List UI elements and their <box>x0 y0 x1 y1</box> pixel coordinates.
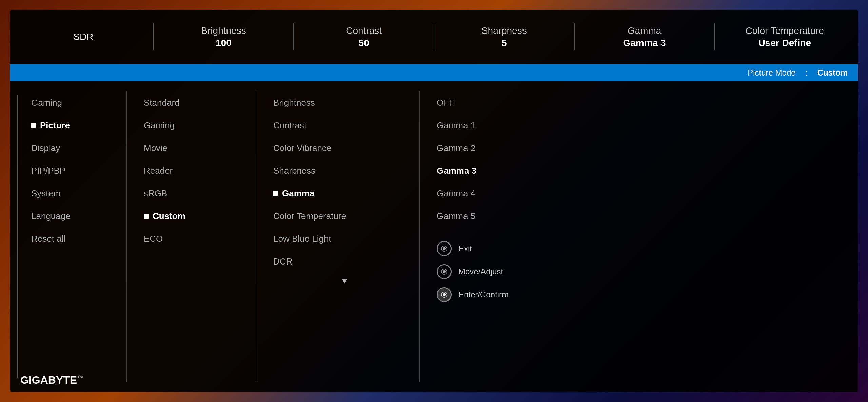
col-picture-modes: Standard Gaming Movie Reader sRGB Custom… <box>127 88 256 385</box>
control-enter-confirm-label: Enter/Confirm <box>458 290 509 299</box>
stat-color-temp: Color Temperature User Define <box>718 25 851 48</box>
col-picture-settings: Brightness Contrast Color Vibrance Sharp… <box>256 88 419 385</box>
menu-item-pip-pbp-label: PIP/PBP <box>31 166 65 176</box>
divider-1 <box>153 23 154 50</box>
menu-item-gamma2[interactable]: Gamma 2 <box>433 137 858 160</box>
stat-gamma-value: Gamma 3 <box>623 38 666 48</box>
top-bar: SDR Brightness 100 Contrast 50 Sharpness… <box>10 10 858 64</box>
stat-brightness-label: Brightness <box>201 25 246 36</box>
menu-item-language[interactable]: Language <box>28 205 126 228</box>
control-enter-confirm: Enter/Confirm <box>437 287 858 302</box>
brand-tm: ™ <box>77 374 83 381</box>
menu-item-gamma1[interactable]: Gamma 1 <box>433 114 858 137</box>
menu-item-gamma-setting[interactable]: Gamma <box>270 182 419 205</box>
col-main-menu: Gaming Picture Display PIP/PBP System La… <box>18 88 126 385</box>
divider-4 <box>574 23 575 50</box>
menu-item-color-temp[interactable]: Color Temperature <box>270 205 419 228</box>
menu-item-display-label: Display <box>31 143 60 153</box>
menu-item-reader-label: Reader <box>144 166 173 176</box>
menu-item-gaming-label: Gaming <box>31 98 62 108</box>
menu-item-sharpness-setting-label: Sharpness <box>273 166 315 176</box>
menu-item-brightness-setting-label: Brightness <box>273 98 315 108</box>
stat-contrast: Contrast 50 <box>297 25 430 48</box>
menu-item-pip-pbp[interactable]: PIP/PBP <box>28 160 126 182</box>
exit-icon <box>437 241 452 256</box>
menu-item-sharpness-setting[interactable]: Sharpness <box>270 160 419 182</box>
menu-item-gamma3-label: Gamma 3 <box>437 166 476 176</box>
menu-item-gamma4[interactable]: Gamma 4 <box>433 182 858 205</box>
col-gamma-options: OFF Gamma 1 Gamma 2 Gamma 3 Gamma 4 Gamm… <box>420 88 858 385</box>
menu-item-low-blue-light-label: Low Blue Light <box>273 234 331 244</box>
menu-item-display[interactable]: Display <box>28 137 126 160</box>
enter-confirm-icon <box>437 287 452 302</box>
controls-section: Exit Move/Adjust E <box>433 241 858 302</box>
stat-sharpness: Sharpness 5 <box>438 25 571 48</box>
menu-item-color-vibrance-label: Color Vibrance <box>273 143 332 153</box>
stat-gamma-label: Gamma <box>628 25 662 36</box>
menu-item-movie[interactable]: Movie <box>140 137 256 160</box>
menu-item-gamma1-label: Gamma 1 <box>437 120 475 131</box>
menu-item-eco-label: ECO <box>144 234 163 244</box>
menu-item-custom[interactable]: Custom <box>140 205 256 228</box>
brand-logo: GIGABYTE™ <box>20 374 83 386</box>
selector-dot-custom <box>144 214 149 219</box>
picture-mode-label: Picture Mode <box>748 68 795 78</box>
control-exit: Exit <box>437 241 858 256</box>
menu-item-language-label: Language <box>31 211 71 221</box>
control-move-adjust-label: Move/Adjust <box>458 267 503 276</box>
menu-item-picture-label: Picture <box>40 120 70 131</box>
menu-item-system[interactable]: System <box>28 182 126 205</box>
menu-item-contrast-setting[interactable]: Contrast <box>270 114 419 137</box>
stat-color-temp-label: Color Temperature <box>746 25 824 36</box>
stat-gamma: Gamma Gamma 3 <box>578 25 711 48</box>
menu-item-gamma3[interactable]: Gamma 3 <box>433 160 858 182</box>
stat-brightness: Brightness 100 <box>157 25 290 48</box>
menu-item-dcr-label: DCR <box>273 256 292 267</box>
picture-mode-bar: Picture Mode ： Custom <box>10 64 858 81</box>
picture-mode-colon: ： <box>803 67 811 78</box>
move-adjust-icon <box>437 264 452 279</box>
stat-contrast-label: Contrast <box>346 25 382 36</box>
stat-sharpness-label: Sharpness <box>481 25 527 36</box>
selector-dot-gamma <box>273 191 278 196</box>
menu-item-srgb[interactable]: sRGB <box>140 182 256 205</box>
stat-contrast-value: 50 <box>359 38 369 48</box>
main-content: Gaming Picture Display PIP/PBP System La… <box>10 81 858 392</box>
selector-dot-picture <box>31 123 36 128</box>
stat-brightness-value: 100 <box>216 38 232 48</box>
bottom-bar: GIGABYTE™ <box>10 368 858 392</box>
menu-item-off-label: OFF <box>437 98 454 108</box>
divider-3 <box>434 23 434 50</box>
menu-item-reset-all-label: Reset all <box>31 234 65 244</box>
control-exit-label: Exit <box>458 244 472 253</box>
menu-item-dcr[interactable]: DCR <box>270 250 419 273</box>
menu-item-gamma2-label: Gamma 2 <box>437 143 475 153</box>
menu-item-picture[interactable]: Picture <box>28 114 126 137</box>
menu-item-gamma-setting-label: Gamma <box>282 188 314 199</box>
stat-sharpness-value: 5 <box>501 38 507 48</box>
osd-container: SDR Brightness 100 Contrast 50 Sharpness… <box>10 10 858 392</box>
divider-2 <box>293 23 294 50</box>
menu-item-contrast-setting-label: Contrast <box>273 120 307 131</box>
control-move-adjust: Move/Adjust <box>437 264 858 279</box>
menu-item-color-vibrance[interactable]: Color Vibrance <box>270 137 419 160</box>
menu-item-gaming[interactable]: Gaming <box>28 91 126 114</box>
menu-item-system-label: System <box>31 188 61 199</box>
menu-item-movie-label: Movie <box>144 143 167 153</box>
menu-item-reader[interactable]: Reader <box>140 160 256 182</box>
divider-5 <box>714 23 715 50</box>
menu-item-gaming-mode[interactable]: Gaming <box>140 114 256 137</box>
scroll-down-indicator: ▼ <box>270 276 419 286</box>
menu-item-standard[interactable]: Standard <box>140 91 256 114</box>
menu-item-custom-label: Custom <box>153 211 185 221</box>
stat-sdr: SDR <box>17 31 150 42</box>
menu-item-off[interactable]: OFF <box>433 91 858 114</box>
menu-item-eco[interactable]: ECO <box>140 228 256 250</box>
menu-item-srgb-label: sRGB <box>144 188 167 199</box>
menu-item-standard-label: Standard <box>144 98 180 108</box>
menu-item-brightness-setting[interactable]: Brightness <box>270 91 419 114</box>
brand-name: GIGABYTE <box>20 374 77 386</box>
menu-item-low-blue-light[interactable]: Low Blue Light <box>270 228 419 250</box>
menu-item-gamma5[interactable]: Gamma 5 <box>433 205 858 228</box>
menu-item-reset-all[interactable]: Reset all <box>28 228 126 250</box>
